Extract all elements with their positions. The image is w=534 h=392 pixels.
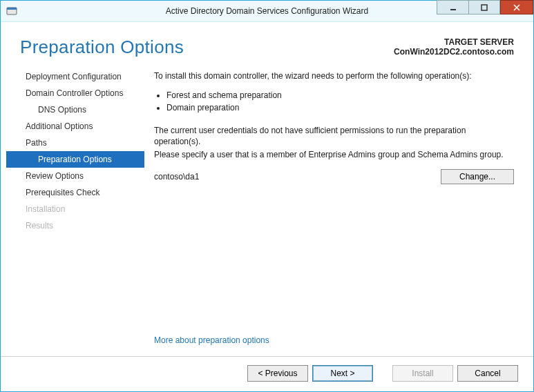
operation-item: Domain preparation <box>166 103 514 112</box>
intro-text: To install this domain controller, the w… <box>154 71 514 81</box>
operation-item: Forest and schema preparation <box>166 90 514 100</box>
sidebar-item-installation: Installation <box>6 201 144 217</box>
wizard-steps-sidebar: Deployment Configuration Domain Controll… <box>6 64 144 356</box>
maximize-button[interactable] <box>468 0 500 14</box>
target-server-value: ConWin2012DC2.contoso.com <box>394 47 514 57</box>
cancel-button[interactable]: Cancel <box>457 365 518 382</box>
sidebar-item-domain-controller-options[interactable]: Domain Controller Options <box>6 85 144 101</box>
header-row: Preparation Options TARGET SERVER ConWin… <box>1 22 533 64</box>
change-credentials-button[interactable]: Change... <box>441 169 514 184</box>
title-bar: Active Directory Domain Services Configu… <box>1 1 533 22</box>
wizard-footer: < Previous Next > Install Cancel <box>1 356 533 391</box>
wizard-window: Active Directory Domain Services Configu… <box>0 0 534 392</box>
spacer <box>377 365 388 382</box>
target-server-label: TARGET SERVER <box>394 37 514 47</box>
close-button[interactable] <box>500 0 533 14</box>
main-content: To install this domain controller, the w… <box>144 64 514 356</box>
svg-rect-2 <box>450 9 456 10</box>
credentials-value: contoso\da1 <box>154 172 199 182</box>
next-button[interactable]: Next > <box>312 365 373 382</box>
sidebar-item-prerequisites-check[interactable]: Prerequisites Check <box>6 184 144 201</box>
previous-button[interactable]: < Previous <box>247 365 308 382</box>
operations-list: Forest and schema preparation Domain pre… <box>157 88 514 115</box>
more-about-link[interactable]: More about preparation options <box>154 329 514 356</box>
wizard-body: Preparation Options TARGET SERVER ConWin… <box>1 22 533 391</box>
sidebar-item-additional-options[interactable]: Additional Options <box>6 118 144 135</box>
svg-rect-1 <box>7 8 17 10</box>
sidebar-item-review-options[interactable]: Review Options <box>6 168 144 184</box>
target-server-box: TARGET SERVER ConWin2012DC2.contoso.com <box>394 37 514 57</box>
window-controls <box>437 1 533 21</box>
sidebar-item-paths[interactable]: Paths <box>6 135 144 151</box>
permissions-warning-line1: The current user credentials do not have… <box>154 125 514 148</box>
minimize-button[interactable] <box>437 0 468 14</box>
sidebar-item-deployment-configuration[interactable]: Deployment Configuration <box>6 68 144 85</box>
sidebar-item-results: Results <box>6 217 144 234</box>
content-row: Deployment Configuration Domain Controll… <box>1 64 533 356</box>
credentials-row: contoso\da1 Change... <box>154 169 514 184</box>
sidebar-item-dns-options[interactable]: DNS Options <box>6 101 144 118</box>
permissions-warning-line2: Please specify a user that is a member o… <box>154 149 514 161</box>
svg-rect-3 <box>481 5 487 10</box>
install-button: Install <box>392 365 453 382</box>
page-title: Preparation Options <box>20 37 184 57</box>
app-icon <box>6 6 17 17</box>
sidebar-item-preparation-options[interactable]: Preparation Options <box>6 151 144 168</box>
